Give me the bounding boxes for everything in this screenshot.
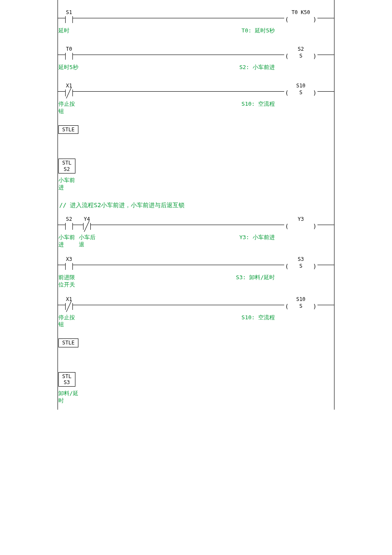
block-row: STLE [58,124,334,136]
nc-contact-Y4: Y4 [79,219,95,231]
stl-block: STLE [58,338,78,347]
rung: X1S10(S) [58,297,334,312]
coil-description: S2: 小车前进 [239,64,334,71]
rung-description: T0: 延时5秒延时 [58,26,334,47]
rung-description: S3: 卸料/延时前进限 位开关 [58,272,334,297]
contact-description: 延时5秒 [58,64,79,71]
coil-S10: S10(S) [284,299,317,312]
coil-T0: T0 K50() [284,12,317,25]
rung-description: S2: 小车前进延时5秒 [58,62,334,84]
ladder-diagram: S1T0 K50()T0: 延时5秒延时T0S2(S)S2: 小车前进延时5秒X… [58,0,334,410]
coil-description: S3: 卸料/延时 [236,274,334,281]
no-contact-X3: X3 [61,259,77,272]
contact-label: S1 [61,9,77,15]
contact-label: S2 [61,216,77,222]
stl-block: STLS3 [58,372,75,387]
coil-top-label: S10 [284,83,317,89]
rung: T0S2(S) [58,47,334,62]
comment-line: // 进入流程S2小车前进，小车前进与后退互锁 [58,197,334,217]
nc-contact-X1: X1 [61,299,77,312]
coil-top-label: Y3 [284,216,317,222]
rung: X1S10(S) [58,84,334,99]
coil-inner-label: S [284,53,317,59]
contact-description: 停止按 钮 [58,101,79,115]
contact-label: T0 [61,46,77,52]
rung: S1T0 K50() [58,10,334,26]
coil-inner-label: S [284,263,317,269]
coil-S3: S3(S) [284,259,317,272]
no-contact-S2: S2 [61,219,77,231]
coil-description: Y3: 小车前进 [239,234,334,241]
rung-description: S10: 空流程停止按 钮 [58,312,334,337]
stl-block: STLE [58,125,78,134]
no-contact-T0: T0 [61,49,77,61]
block-row: STLE [58,337,334,349]
coil-description: S10: 空流程 [242,101,334,108]
coil-top-label: S10 [284,296,317,302]
contact-description: 延时 [58,27,79,35]
rung: S2Y4Y3() [58,217,334,232]
coil-inner-label: S [284,303,317,309]
coil-top-label: S2 [284,46,317,52]
rung-description: S10: 空流程停止按 钮 [58,99,334,124]
nc-contact-X1: X1 [61,85,77,98]
contact-description: 前进限 位开关 [58,274,79,289]
rung-description: Y3: 小车前进小车前 进小车后 退 [58,232,334,257]
coil-S2: S2(S) [284,49,317,61]
block-row: STLS3 [58,370,334,389]
contact-description: 停止按 钮 [58,314,79,329]
block-row: STLS2 [58,157,334,175]
stl-block: STLS2 [58,159,75,173]
rung: X3S3(S) [58,257,334,272]
block-description: 卸料/延 时 [58,388,334,410]
coil-top-label: T0 K50 [284,9,317,15]
no-contact-S1: S1 [61,12,77,25]
coil-inner-label: S [284,90,317,95]
contact-label: X3 [61,256,77,262]
coil-S10: S10(S) [284,85,317,98]
block-description: 小车前 进 [58,175,334,197]
contact-description: 小车前 进 [58,234,79,249]
coil-Y3: Y3() [284,219,317,231]
coil-description: T0: 延时5秒 [242,27,334,35]
contact-description: 小车后 退 [79,234,99,249]
coil-description: S10: 空流程 [242,314,334,321]
coil-top-label: S3 [284,256,317,262]
